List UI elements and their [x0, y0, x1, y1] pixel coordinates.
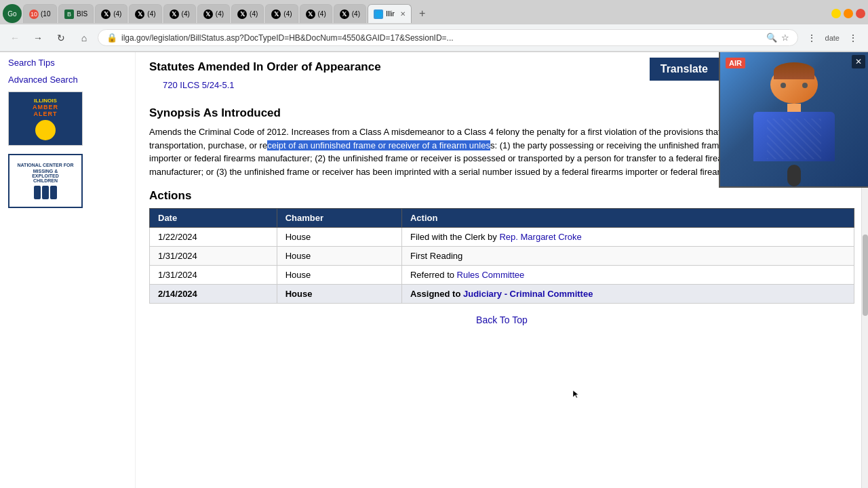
address-bar[interactable]: 🔒 ilga.gov/legislation/BillStatus.asp?Do… — [98, 29, 798, 46]
tab-favicon-x2: 𝕏 — [135, 9, 144, 19]
table-row: 1/31/2024 House First Reading — [150, 247, 854, 266]
table-header-chamber: Chamber — [277, 209, 401, 228]
address-text: ilga.gov/legislation/BillStatus.asp?DocT… — [121, 33, 762, 43]
tab-x6[interactable]: 𝕏 (4) — [265, 4, 298, 23]
actions-heading: Actions — [149, 189, 854, 203]
sidebar: Search Tips Advanced Search ILLINOIS AMB… — [0, 52, 136, 488]
close-button[interactable] — [856, 9, 865, 18]
tab-x4[interactable]: 𝕏 (4) — [197, 4, 230, 23]
browser-chrome: Go 10 (10 B BIS 𝕏 (4) 𝕏 (4) 𝕏 (4) 𝕏 (4) — [0, 0, 868, 52]
search-icon[interactable]: 🔍 — [766, 33, 777, 43]
table-cell-action: Filed with the Clerk by Rep. Margaret Cr… — [401, 228, 854, 247]
tab-x1[interactable]: 𝕏 (4) — [95, 4, 127, 23]
tab-ilga[interactable]: 🌐 Illir ✕ — [368, 4, 412, 23]
video-overlay: AIR ✕ — [719, 52, 868, 188]
tab-x8[interactable]: 𝕏 (4) — [334, 4, 366, 23]
tab-favicon-x1: 𝕏 — [101, 9, 111, 19]
tab-favicon-x3: 𝕏 — [170, 9, 179, 19]
tab-label-x8: (4) — [352, 10, 360, 18]
tab-x2[interactable]: 𝕏 (4) — [129, 4, 161, 23]
table-cell-action: Referred to Rules Committee — [401, 266, 854, 285]
update-info: date — [825, 34, 840, 42]
nav-bar: ← → ↻ ⌂ 🔒 ilga.gov/legislation/BillStatu… — [0, 24, 868, 52]
missing-children-image[interactable]: NATIONAL CENTER FOR MISSING & EXPLOITED … — [8, 154, 83, 208]
table-cell-action: First Reading — [401, 247, 854, 266]
profile-button[interactable]: Go — [3, 4, 22, 23]
table-cell-chamber: House — [277, 285, 401, 304]
video-person — [720, 52, 868, 186]
tab-label-x6: (4) — [283, 10, 292, 18]
extensions-button[interactable]: ⋮ — [802, 28, 821, 47]
scrollbar-thumb[interactable] — [863, 235, 868, 316]
table-row: 2/14/2024 House Assigned to Judiciary - … — [150, 285, 854, 304]
table-row: 1/22/2024 House Filed with the Clerk by … — [150, 228, 854, 247]
minimize-button[interactable] — [831, 9, 841, 18]
tab-bis[interactable]: B BIS — [58, 4, 94, 23]
table-cell-date: 2/14/2024 — [150, 285, 277, 304]
tab-x3[interactable]: 𝕏 (4) — [163, 4, 196, 23]
person-body — [753, 112, 835, 161]
tab-favicon-x4: 𝕏 — [203, 9, 213, 19]
microphone — [787, 165, 801, 186]
table-cell-date: 1/31/2024 — [150, 266, 277, 285]
amber-alert-image[interactable]: ILLINOIS AMBER ALERT — [8, 92, 83, 146]
lock-icon: 🔒 — [106, 33, 117, 43]
highlighted-text: ceipt of an unfinished frame or receiver… — [267, 140, 490, 150]
rep-margaret-croke-link[interactable]: Rep. Margaret Croke — [499, 232, 581, 242]
tab-bar: Go 10 (10 B BIS 𝕏 (4) 𝕏 (4) 𝕏 (4) 𝕏 (4) — [0, 0, 868, 24]
reload-button[interactable]: ↻ — [52, 28, 71, 47]
back-to-top-link[interactable]: Back To Top — [476, 314, 528, 325]
tab-favicon-bis: B — [64, 9, 74, 19]
tab-x5[interactable]: 𝕏 (4) — [231, 4, 264, 23]
tab-label-ilga: Illir — [386, 10, 395, 18]
translate-button[interactable]: Translate — [650, 58, 719, 81]
actions-table: Date Chamber Action 1/22/2024 House File… — [149, 208, 854, 304]
person-head — [770, 66, 818, 104]
rules-committee-link[interactable]: Rules Committee — [457, 270, 525, 280]
table-cell-action: Assigned to Judiciary - Criminal Committ… — [401, 285, 854, 304]
video-close-button[interactable]: ✕ — [852, 55, 865, 68]
home-button[interactable]: ⌂ — [75, 28, 94, 47]
back-to-top-section: Back To Top — [149, 314, 854, 325]
statute-link[interactable]: 720 ILCS 5/24-5.1 — [149, 80, 235, 90]
air-badge: AIR — [726, 58, 745, 68]
main-container: Search Tips Advanced Search ILLINOIS AMB… — [0, 52, 868, 488]
tab-label-x7: (4) — [318, 10, 326, 18]
advanced-search-link[interactable]: Advanced Search — [8, 75, 127, 85]
maximize-button[interactable] — [844, 9, 853, 18]
table-cell-chamber: House — [277, 266, 401, 285]
tab-favicon-x6: 𝕏 — [271, 9, 281, 19]
tab-label-x4: (4) — [216, 10, 224, 18]
new-tab-button[interactable]: + — [413, 4, 432, 23]
table-header-date: Date — [150, 209, 277, 228]
search-tips-link[interactable]: Search Tips — [8, 58, 127, 68]
tab-label-x2: (4) — [147, 10, 155, 18]
tab-label-bis: BIS — [77, 10, 87, 18]
forward-button[interactable]: → — [28, 28, 47, 47]
table-cell-date: 1/31/2024 — [150, 247, 277, 266]
bookmark-icon[interactable]: ☆ — [781, 33, 789, 43]
tab-close-button[interactable]: ✕ — [400, 10, 406, 18]
person-neck — [787, 104, 801, 112]
tab-favicon-ilga: 🌐 — [374, 9, 383, 19]
table-row: 1/31/2024 House Referred to Rules Commit… — [150, 266, 854, 285]
tab-x7[interactable]: 𝕏 (4) — [300, 4, 332, 23]
back-button[interactable]: ← — [5, 28, 24, 47]
tab-favicon-x5: 𝕏 — [237, 9, 247, 19]
table-cell-date: 1/22/2024 — [150, 228, 277, 247]
table-cell-chamber: House — [277, 247, 401, 266]
window-controls — [831, 9, 865, 18]
tab-favicon-x8: 𝕏 — [340, 9, 349, 19]
judiciary-committee-link[interactable]: Judiciary - Criminal Committee — [463, 289, 593, 299]
tab-label: (10 — [41, 10, 50, 18]
tab-notifications[interactable]: 10 (10 — [23, 4, 57, 23]
table-cell-chamber: House — [277, 228, 401, 247]
tab-label-x5: (4) — [250, 10, 258, 18]
tab-label-x1: (4) — [113, 10, 121, 18]
notification-badge: 10 — [29, 9, 39, 19]
menu-button[interactable]: ⋮ — [844, 28, 863, 47]
tab-favicon-x7: 𝕏 — [306, 9, 315, 19]
tab-label-x3: (4) — [182, 10, 190, 18]
table-header-action: Action — [401, 209, 854, 228]
